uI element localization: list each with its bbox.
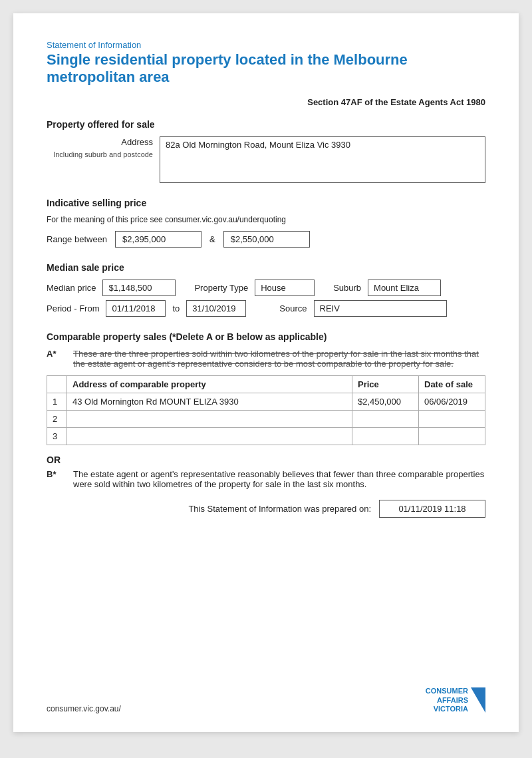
- table-row: 3: [47, 427, 485, 445]
- row-price: [352, 410, 419, 427]
- row-date: 06/06/2019: [419, 393, 485, 410]
- period-to-value: 31/10/2019: [186, 300, 246, 317]
- or-label: OR: [47, 455, 485, 465]
- range-label: Range between: [47, 234, 107, 244]
- median-price-label: Median price: [47, 283, 96, 293]
- row-address: [67, 410, 352, 427]
- period-to-label: to: [172, 303, 180, 313]
- row-price: [352, 427, 419, 445]
- comparable-heading: Comparable property sales (*Delete A or …: [47, 331, 485, 342]
- row-num: 3: [47, 427, 67, 445]
- range-separator: &: [209, 234, 215, 244]
- table-row: 1 43 Old Mornington Rd MOUNT ELIZA 3930 …: [47, 393, 485, 410]
- row-address: [67, 427, 352, 445]
- median-heading: Median sale price: [47, 262, 485, 273]
- cav-logo-text: CONSUMER AFFAIRS VICTORIA: [426, 687, 468, 713]
- page: Statement of Information Single resident…: [13, 13, 519, 732]
- address-field[interactable]: 82a Old Mornington Road, Mount Eliza Vic…: [160, 136, 485, 183]
- b-section: B* The estate agent or agent's represent…: [47, 469, 485, 489]
- indicative-heading: Indicative selling price: [47, 198, 485, 208]
- median-row-1: Median price $1,148,500 Property Type Ho…: [47, 280, 485, 296]
- underquoting-note: For the meaning of this price see consum…: [47, 215, 485, 224]
- suburb-label: Suburb: [333, 283, 361, 293]
- footer: consumer.vic.gov.au/ CONSUMER AFFAIRS VI…: [47, 687, 485, 713]
- header-title: Single residential property located in t…: [47, 51, 485, 87]
- header-subtitle: Statement of Information: [47, 40, 485, 50]
- property-type-value: House: [255, 280, 315, 296]
- suburb-value: Mount Eliza: [368, 280, 441, 296]
- footer-url: consumer.vic.gov.au/: [47, 704, 121, 713]
- a-text: These are the three properties sold with…: [73, 349, 485, 369]
- median-row-2: Period - From 01/11/2018 to 31/10/2019 S…: [47, 300, 485, 317]
- period-from-value: 01/11/2018: [106, 300, 166, 317]
- col-num-header: [47, 375, 67, 393]
- prepared-label: This Statement of Information was prepar…: [188, 504, 371, 514]
- table-row: 2: [47, 410, 485, 427]
- property-type-label: Property Type: [194, 283, 248, 293]
- period-label: Period - From: [47, 303, 99, 313]
- prepared-value: 01/11/2019 11:18: [379, 500, 485, 518]
- row-num: 1: [47, 393, 67, 410]
- prepared-row: This Statement of Information was prepar…: [47, 500, 485, 518]
- low-price-field: $2,395,000: [115, 231, 201, 248]
- b-label: B*: [47, 469, 66, 479]
- source-label: Source: [279, 303, 307, 313]
- cav-triangle-icon: [471, 687, 485, 713]
- high-price-field: $2,550,000: [223, 231, 310, 248]
- a-label: A*: [47, 349, 66, 359]
- cav-logo: CONSUMER AFFAIRS VICTORIA: [426, 687, 485, 713]
- address-row: Address Including suburb and postcode 82…: [47, 136, 485, 183]
- row-date: [419, 410, 485, 427]
- address-label: Address Including suburb and postcode: [47, 136, 160, 160]
- a-section: A* These are the three properties sold w…: [47, 349, 485, 369]
- median-price-value: $1,148,500: [102, 280, 176, 296]
- row-date: [419, 427, 485, 445]
- row-address: 43 Old Mornington Rd MOUNT ELIZA 3930: [67, 393, 352, 410]
- comparable-table: Address of comparable property Price Dat…: [47, 375, 485, 445]
- row-price: $2,450,000: [352, 393, 419, 410]
- col-price-header: Price: [352, 375, 419, 393]
- price-range-row: Range between $2,395,000 & $2,550,000: [47, 231, 485, 248]
- b-text: The estate agent or agent's representati…: [73, 469, 485, 489]
- source-value: REIV: [314, 300, 447, 317]
- col-addr-header: Address of comparable property: [67, 375, 352, 393]
- col-date-header: Date of sale: [419, 375, 485, 393]
- property-section-heading: Property offered for sale: [47, 119, 485, 130]
- row-num: 2: [47, 410, 67, 427]
- section-ref: Section 47AF of the Estate Agents Act 19…: [47, 97, 485, 107]
